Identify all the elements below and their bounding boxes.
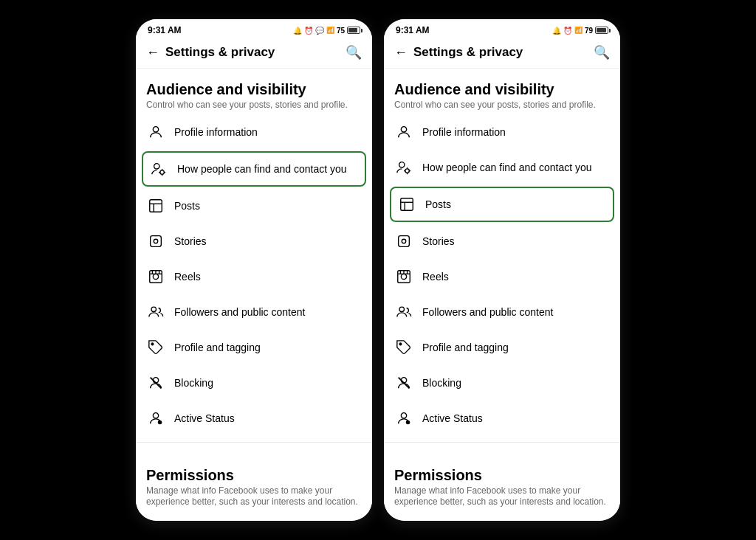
svg-point-0 bbox=[153, 126, 158, 131]
active-label-1: Active Status bbox=[174, 412, 235, 424]
search-button-2[interactable]: 🔍 bbox=[594, 44, 610, 60]
followers-icon-1 bbox=[146, 302, 165, 322]
menu-item-followers-1[interactable]: Followers and public content bbox=[136, 294, 372, 330]
menu-item-profile-info-2[interactable]: Profile information bbox=[384, 114, 620, 150]
message-icon: 💬 bbox=[315, 27, 324, 35]
menu-item-posts-1[interactable]: Posts bbox=[136, 188, 372, 224]
svg-line-43 bbox=[399, 377, 410, 388]
phone-1: 9:31 AM 🔔 ⏰ 💬 📶 75 ← Settings & privacy … bbox=[136, 19, 372, 521]
svg-point-7 bbox=[154, 239, 158, 243]
menu-item-reels-2[interactable]: Reels bbox=[384, 259, 620, 294]
svg-point-41 bbox=[399, 343, 402, 345]
status-bar-2: 9:31 AM 🔔 ⏰ 📶 79 bbox=[384, 19, 620, 38]
menu-item-blocking-2[interactable]: Blocking bbox=[384, 365, 620, 401]
menu-item-ad-prefs-2[interactable]: Ad preferences bbox=[384, 511, 620, 521]
stories-icon-2 bbox=[394, 232, 413, 251]
profile-info-icon-1 bbox=[146, 122, 165, 142]
audience-title-2: Audience and visibility bbox=[394, 80, 610, 98]
svg-point-28 bbox=[405, 168, 410, 173]
tagging-label-2: Profile and tagging bbox=[422, 342, 509, 353]
blocking-label-1: Blocking bbox=[174, 377, 213, 389]
svg-point-33 bbox=[402, 239, 406, 243]
battery-text-2: 79 bbox=[585, 27, 593, 35]
blocking-icon-2 bbox=[394, 373, 413, 392]
nav-left-2: ← Settings & privacy bbox=[394, 45, 523, 60]
stories-icon-1 bbox=[146, 232, 165, 251]
content-2: Audience and visibility Control who can … bbox=[384, 69, 620, 521]
menu-item-tagging-1[interactable]: Profile and tagging bbox=[136, 330, 372, 365]
menu-item-tagging-2[interactable]: Profile and tagging bbox=[384, 330, 620, 365]
notification-icon: 🔔 bbox=[293, 27, 302, 35]
menu-item-active-2[interactable]: Active Status bbox=[384, 401, 620, 436]
svg-rect-6 bbox=[151, 235, 162, 246]
status-time-2: 9:31 AM bbox=[396, 25, 430, 35]
svg-point-35 bbox=[401, 274, 406, 279]
menu-item-stories-2[interactable]: Stories bbox=[384, 224, 620, 259]
menu-item-find-contact-1[interactable]: How people can find and contact you bbox=[142, 151, 366, 187]
active-icon-1 bbox=[146, 409, 165, 428]
menu-item-followers-2[interactable]: Followers and public content bbox=[384, 294, 620, 330]
alarm-icon: ⏰ bbox=[304, 27, 313, 35]
posts-icon-2 bbox=[397, 195, 416, 214]
menu-item-profile-info-1[interactable]: Profile information bbox=[136, 114, 372, 150]
reels-label-1: Reels bbox=[174, 271, 201, 283]
profile-info-icon-2 bbox=[394, 122, 413, 142]
permissions-subtitle-2: Manage what info Facebook uses to make y… bbox=[394, 485, 610, 508]
find-contact-icon-2 bbox=[394, 158, 413, 177]
svg-point-44 bbox=[401, 412, 406, 418]
back-button-2[interactable]: ← bbox=[394, 45, 408, 60]
audience-header-1: Audience and visibility Control who can … bbox=[136, 69, 372, 114]
reels-icon-1 bbox=[146, 267, 165, 286]
menu-item-posts-2[interactable]: Posts bbox=[390, 187, 614, 222]
ad-prefs-icon-1 bbox=[146, 519, 165, 521]
status-icons-1: 🔔 ⏰ 💬 📶 75 bbox=[293, 27, 360, 35]
posts-icon-1 bbox=[146, 196, 165, 215]
divider-1 bbox=[136, 442, 372, 443]
status-time-1: 9:31 AM bbox=[148, 25, 182, 35]
menu-item-stories-1[interactable]: Stories bbox=[136, 224, 372, 259]
menu-item-active-1[interactable]: Active Status bbox=[136, 401, 372, 436]
tagging-label-1: Profile and tagging bbox=[174, 342, 261, 353]
menu-item-reels-1[interactable]: Reels bbox=[136, 259, 372, 294]
tagging-icon-1 bbox=[146, 338, 165, 357]
svg-point-16 bbox=[151, 307, 156, 311]
ad-prefs-icon-2 bbox=[394, 519, 413, 521]
menu-item-blocking-1[interactable]: Blocking bbox=[136, 365, 372, 401]
content-1: Audience and visibility Control who can … bbox=[136, 69, 372, 521]
find-contact-label-2: How people can find and contact you bbox=[422, 162, 592, 173]
svg-point-27 bbox=[399, 162, 405, 167]
svg-point-1 bbox=[154, 163, 159, 168]
status-bar-1: 9:31 AM 🔔 ⏰ 💬 📶 75 bbox=[136, 19, 372, 38]
signal-icon-2: 📶 bbox=[574, 27, 583, 34]
svg-point-17 bbox=[151, 343, 154, 345]
nav-header-1: ← Settings & privacy 🔍 bbox=[136, 38, 372, 69]
svg-rect-29 bbox=[401, 198, 413, 210]
svg-rect-32 bbox=[399, 235, 410, 246]
svg-point-2 bbox=[160, 170, 165, 174]
nav-title-2: Settings & privacy bbox=[413, 45, 523, 60]
search-button-1[interactable]: 🔍 bbox=[346, 44, 362, 60]
svg-point-40 bbox=[399, 307, 404, 311]
reels-label-2: Reels bbox=[422, 271, 449, 283]
battery-icon-1 bbox=[347, 27, 360, 34]
nav-left-1: ← Settings & privacy bbox=[146, 45, 275, 60]
status-icons-2: 🔔 ⏰ 📶 79 bbox=[552, 27, 608, 35]
permissions-title-2: Permissions bbox=[394, 466, 610, 484]
permissions-subtitle-1: Manage what info Facebook uses to make y… bbox=[146, 485, 362, 508]
find-contact-icon-1 bbox=[149, 159, 168, 179]
permissions-section-2: Permissions Manage what info Facebook us… bbox=[384, 449, 620, 521]
menu-item-find-contact-2[interactable]: How people can find and contact you bbox=[384, 150, 620, 185]
followers-label-2: Followers and public content bbox=[422, 306, 553, 318]
menu-item-ad-prefs-1[interactable]: Ad preferences bbox=[136, 511, 372, 521]
svg-point-45 bbox=[406, 420, 410, 424]
nav-header-2: ← Settings & privacy 🔍 bbox=[384, 38, 620, 69]
back-button-1[interactable]: ← bbox=[146, 45, 159, 60]
posts-label-2: Posts bbox=[425, 198, 451, 210]
battery-icon-2 bbox=[595, 27, 608, 34]
notification-icon-2: 🔔 bbox=[552, 27, 561, 35]
stories-label-2: Stories bbox=[422, 235, 455, 247]
permissions-header-2: Permissions Manage what info Facebook us… bbox=[384, 454, 620, 511]
svg-point-20 bbox=[153, 412, 158, 418]
profile-info-label-1: Profile information bbox=[174, 126, 258, 138]
phone-2: 9:31 AM 🔔 ⏰ 📶 79 ← Settings & privacy 🔍 bbox=[384, 19, 620, 521]
